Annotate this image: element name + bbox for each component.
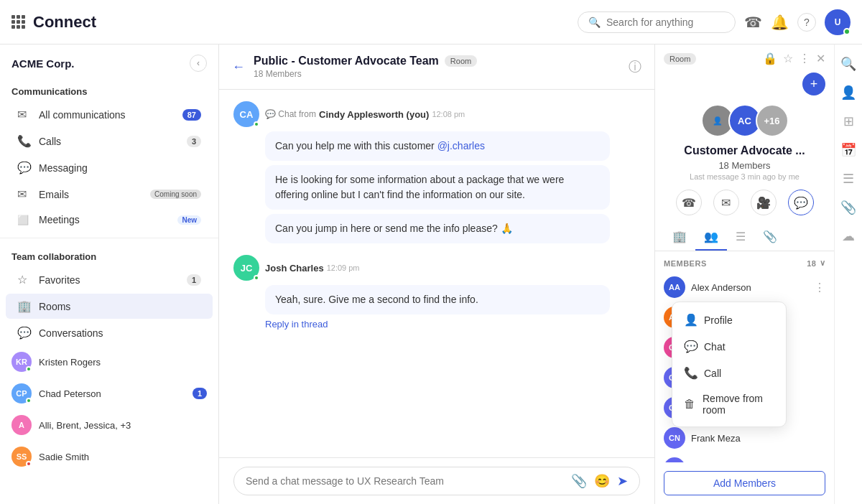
conv-item-chad[interactable]: CP Chad Peterson 1 <box>0 378 218 409</box>
right-panel: Room 🔒 ☆ ⋮ ✕ + 👤 AC +16 Customer Advocat… <box>654 45 834 504</box>
sidebar: ACME Corp. ‹ Communications ✉ All commun… <box>0 45 219 504</box>
add-button[interactable]: + <box>802 73 825 95</box>
chat-title: Public - Customer Advocate Team Room <box>254 55 629 67</box>
cindy-online-dot <box>254 121 259 127</box>
rbar-clip-icon[interactable]: 📎 <box>840 200 856 215</box>
member-row-alex[interactable]: AA Alex Anderson ⋮ <box>664 272 825 302</box>
conv-item-kristen[interactable]: KR Kristen Rogers <box>0 346 218 378</box>
conv-item-group[interactable]: A Alli, Brent, Jessica, +3 <box>0 409 218 441</box>
sidebar-item-calls[interactable]: 📞 Calls 3 <box>6 129 213 154</box>
add-members-button[interactable]: Add Members <box>664 471 825 495</box>
emails-coming-soon-badge: Coming soon <box>150 190 201 199</box>
msg-bubble-1c: Can you jump in here or send me the info… <box>265 214 610 243</box>
chat-input[interactable] <box>246 475 564 487</box>
more-options-icon[interactable]: ⋮ <box>799 52 810 65</box>
send-icon[interactable]: ➤ <box>617 473 628 489</box>
sidebar-header: ACME Corp. ‹ <box>0 45 218 79</box>
close-panel-icon[interactable]: ✕ <box>816 52 825 65</box>
sidebar-item-favorites[interactable]: ☆ Favorites 1 <box>6 267 213 292</box>
ctx-remove-label: Remove from room <box>703 393 774 416</box>
message-group-2: JC Josh Charles 12:09 pm Yeah, sure. Giv… <box>233 255 640 330</box>
msg-prefix: 💬 Chat from Cindy Applesworth (you) 12:0… <box>265 109 465 120</box>
rbar-cloud-icon[interactable]: ☁ <box>842 228 855 244</box>
panel-group-name: Customer Advocate ... <box>684 144 805 157</box>
members-total: 18 <box>807 259 816 268</box>
attachment-icon[interactable]: 📎 <box>571 473 587 489</box>
sidebar-item-conversations[interactable]: 💬 Conversations <box>6 320 213 345</box>
status-dot-sadie <box>26 461 32 467</box>
sidebar-label-meetings: Meetings <box>39 214 173 225</box>
member-row-frank[interactable]: CN Frank Meza <box>664 423 825 453</box>
search-bar[interactable]: 🔍 <box>578 11 736 33</box>
search-input[interactable] <box>606 17 725 28</box>
panel-chat-btn[interactable]: 💬 <box>788 190 814 215</box>
panel-profile: 👤 AC +16 Customer Advocate ... 18 Member… <box>655 98 834 224</box>
msg-avatar-cindy: CA <box>233 101 259 127</box>
grid-icon[interactable] <box>11 15 26 29</box>
app-title: Connect <box>33 13 578 32</box>
members-header: MEMBERS 18 ∨ <box>664 251 825 272</box>
ctx-chat[interactable]: 💬 Chat <box>672 333 786 360</box>
mention-jcharles: @j.charles <box>437 140 485 151</box>
rbar-table-icon[interactable]: ⊞ <box>843 113 854 129</box>
conv-avatar-group: A <box>11 415 32 435</box>
panel-members-count: 18 Members <box>718 160 770 171</box>
panel-tab-members[interactable]: 👥 <box>695 224 727 251</box>
rooms-icon: 🏢 <box>17 299 32 313</box>
expand-icon[interactable]: ∨ <box>820 258 826 268</box>
msg-bubble-2a: Yeah, sure. Give me a second to find the… <box>265 285 610 314</box>
conv-avatar-chad: CP <box>11 383 32 403</box>
sidebar-item-rooms[interactable]: 🏢 Rooms <box>6 294 213 319</box>
star-icon[interactable]: ☆ <box>783 52 793 65</box>
panel-tab-building[interactable]: 🏢 <box>664 224 695 251</box>
panel-email-btn[interactable]: ✉ <box>713 190 739 215</box>
rbar-calendar-icon[interactable]: 📅 <box>840 142 856 158</box>
top-header: Connect 🔍 ☎ 🔔 ? U <box>0 0 862 45</box>
room-name-text: Public - Customer Advocate Team <box>254 55 439 67</box>
sidebar-label-emails: Emails <box>39 189 146 200</box>
sidebar-item-emails[interactable]: ✉ Emails Coming soon <box>6 182 213 207</box>
ctx-call[interactable]: 📞 Call <box>672 360 786 386</box>
sidebar-label-rooms: Rooms <box>39 301 201 312</box>
ctx-call-label: Call <box>704 368 721 379</box>
sidebar-label-conversations: Conversations <box>39 327 201 339</box>
panel-header: Room 🔒 ☆ ⋮ ✕ <box>655 45 834 73</box>
conv-name-kristen: Kristen Rogers <box>39 357 207 368</box>
rbar-search-icon[interactable]: 🔍 <box>840 56 856 72</box>
sidebar-item-meetings[interactable]: ⬜ Meetings New <box>6 208 213 231</box>
ctx-remove[interactable]: 🗑 Remove from room <box>672 386 786 422</box>
member-more-alex[interactable]: ⋮ <box>814 281 825 294</box>
panel-call-btn[interactable]: ☎ <box>676 190 702 215</box>
phone-icon[interactable]: ☎ <box>744 14 762 31</box>
sidebar-item-messaging[interactable]: 💬 Messaging <box>6 155 213 180</box>
user-avatar[interactable]: U <box>825 9 851 35</box>
sidebar-item-all-communications[interactable]: ✉ All communications 87 <box>6 102 213 127</box>
panel-video-btn[interactable]: 🎥 <box>751 190 777 215</box>
panel-tab-attach[interactable]: 📎 <box>754 224 786 251</box>
online-indicator <box>843 28 851 35</box>
favorites-badge: 1 <box>187 274 201 286</box>
msg-bubble-1b: He is looking for some information about… <box>265 165 610 210</box>
msg-time-2: 12:09 pm <box>327 263 360 272</box>
back-button[interactable]: ← <box>232 60 245 75</box>
meetings-icon: ⬜ <box>17 215 32 225</box>
collapse-button[interactable]: ‹ <box>190 55 207 72</box>
ctx-chat-label: Chat <box>704 341 726 353</box>
msg-avatar-josh: JC <box>233 255 259 281</box>
conv-item-sadie[interactable]: SS Sadie Smith <box>0 441 218 472</box>
bell-icon[interactable]: 🔔 <box>771 14 789 31</box>
favorites-icon: ☆ <box>17 273 32 286</box>
all-comms-icon: ✉ <box>17 108 32 121</box>
rbar-list-icon[interactable]: ☰ <box>843 171 854 187</box>
member-row-steve[interactable]: CN Steve Lowe <box>664 453 825 462</box>
ctx-profile[interactable]: 👤 Profile <box>672 307 786 333</box>
emoji-icon[interactable]: 😊 <box>594 473 610 489</box>
josh-online-dot <box>254 275 259 281</box>
calls-badge: 3 <box>187 136 201 147</box>
help-icon[interactable]: ? <box>797 13 816 32</box>
reply-in-thread-link[interactable]: Reply in thread <box>265 319 640 330</box>
panel-tab-list[interactable]: ☰ <box>727 224 754 251</box>
chat-info-icon[interactable]: ⓘ <box>629 58 641 75</box>
rbar-users-icon[interactable]: 👤 <box>840 85 856 101</box>
members-label: MEMBERS <box>664 259 707 268</box>
